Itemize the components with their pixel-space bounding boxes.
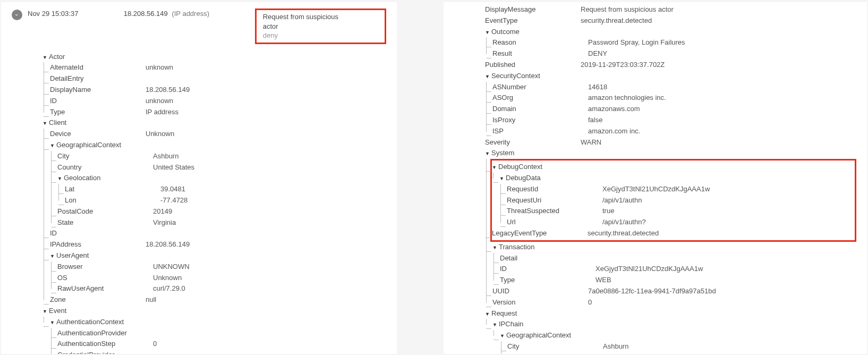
node-postalcode[interactable]: PostalCode20149 [57,206,386,217]
log-message-block: Request from suspicious actor deny [255,9,386,44]
node-threatsuspected[interactable]: ThreatSuspectedtrue [507,206,853,217]
node-url[interactable]: Url/api/v1/authn? [507,217,853,228]
node-authcontext[interactable]: ▼AuthenticationContext AuthenticationPro… [50,317,386,354]
ip-type-suffix: (IP address) [172,10,209,18]
node-city[interactable]: CityAshburn [57,151,386,162]
caret-down-icon: ▼ [485,73,490,80]
node-displayname[interactable]: DisplayName18.208.56.149 [50,84,386,96]
node-asorg[interactable]: ASOrgamazon technologies inc. [492,92,856,104]
node-geocontext[interactable]: ▼GeographicalContext CityAshburn Country… [50,140,386,228]
node-os[interactable]: OSUnknown [57,273,386,284]
node-id[interactable]: IDunknown [50,96,386,107]
node-req-country[interactable]: CountryUnited States [507,352,856,354]
node-transaction[interactable]: ▼Transaction Detail IDXeGjydT3tNl21UhCDz… [492,242,856,286]
caret-down-icon: ▼ [50,142,55,149]
node-state[interactable]: StateVirginia [57,217,386,229]
node-reason[interactable]: ReasonPassword Spray, Login Failures [492,37,856,48]
node-isp[interactable]: ISPamazon.com inc. [492,126,856,137]
node-outcome[interactable]: ▼Outcome ReasonPassword Spray, Login Fai… [485,27,856,60]
result-text: deny [263,31,348,40]
caret-down-icon: ▼ [485,310,490,318]
log-timestamp: Nov 29 15:03:37 [28,9,118,18]
node-geolocation[interactable]: ▼Geolocation Lat39.0481 Lon-77.4728 [57,173,386,206]
node-alternateid[interactable]: AlternateIdunknown [50,62,386,73]
node-req-geocontext[interactable]: ▼GeographicalContext CityAshburn Country… [500,330,856,354]
node-securitycontext[interactable]: ▼SecurityContext ASNumber14618 ASOrgamaz… [485,71,856,137]
node-type[interactable]: TypeIP address [50,107,386,118]
node-tx-id[interactable]: IDXeGjydT3tNl21UhCDzdKJgAAA1w [500,264,856,275]
node-client-id[interactable]: ID [50,228,386,239]
node-actor[interactable]: ▼Actor AlternateIdunknown DetailEntry Di… [42,52,386,118]
node-authprovider[interactable]: AuthenticationProvider [57,328,386,339]
caret-down-icon: ▼ [492,321,497,328]
node-device[interactable]: DeviceUnknown [50,129,386,140]
node-ipaddress[interactable]: IPAddress18.208.56.149 [50,239,386,250]
detail-tree-right: DisplayMessageRequest from suspicious ac… [454,4,856,354]
caret-down-icon: ▼ [57,175,62,182]
node-browser[interactable]: BrowserUNKNOWN [57,261,386,273]
caret-down-icon: ▼ [485,150,490,157]
node-requesturi[interactable]: RequestUri/api/v1/authn [507,195,853,206]
display-message: Request from suspicious actor [263,12,348,31]
node-published[interactable]: Published2019-11-29T23:03:37.702Z [485,60,856,71]
node-system[interactable]: ▼System ▼DebugContext ▼DebugData Request… [485,148,856,308]
node-legacyeventtype[interactable]: LegacyEventTypesecurity.threat.detected [492,228,853,239]
node-detailentry[interactable]: DetailEntry [50,73,386,84]
caret-down-icon: ▼ [42,54,47,61]
node-lon[interactable]: Lon-77.4728 [65,195,386,206]
node-detail[interactable]: Detail [500,253,856,264]
node-result[interactable]: ResultDENY [492,48,856,60]
caret-down-icon: ▼ [42,120,47,127]
caret-down-icon: ▼ [42,308,47,315]
node-zone[interactable]: Zonenull [50,294,386,306]
node-debugdata[interactable]: ▼DebugData RequestIdXeGjydT3tNl21UhCDzdK… [499,173,853,228]
node-uuid[interactable]: UUID7a0e0886-12fc-11ea-9941-7df9a97a51bd [492,286,856,297]
chevron-down-icon: › [14,14,20,16]
node-rawuseragent[interactable]: RawUserAgentcurl/7.29.0 [57,283,386,294]
node-isproxy[interactable]: IsProxyfalse [492,115,856,126]
node-debugcontext[interactable]: ▼DebugContext ▼DebugData RequestIdXeGjyd… [492,162,853,228]
caret-down-icon: ▼ [492,164,497,171]
node-displaymessage[interactable]: DisplayMessageRequest from suspicious ac… [485,4,856,15]
node-credprovider[interactable]: CredentialProvider [57,350,386,354]
caret-down-icon: ▼ [485,29,490,36]
caret-down-icon: ▼ [492,244,497,251]
node-req-city[interactable]: CityAshburn [507,341,856,352]
log-detail-panel-right: DisplayMessageRequest from suspicious ac… [444,2,867,354]
collapse-toggle[interactable]: › [12,10,22,20]
log-header-row: › Nov 29 15:03:37 18.208.56.149 (IP addr… [12,9,386,44]
caret-down-icon: ▼ [50,319,55,326]
highlighted-debug-section: ▼DebugContext ▼DebugData RequestIdXeGjyd… [492,159,856,242]
node-tx-type[interactable]: TypeWEB [500,275,856,286]
node-country[interactable]: CountryUnited States [57,162,386,173]
node-domain[interactable]: Domainamazonaws.com [492,104,856,115]
node-request[interactable]: ▼Request ▼IPChain ▼GeographicalContext C… [485,308,856,354]
node-client[interactable]: ▼Client DeviceUnknown ▼GeographicalConte… [42,117,386,306]
node-ipchain[interactable]: ▼IPChain ▼GeographicalContext CityAshbur… [492,319,856,354]
node-severity[interactable]: SeverityWARN [485,137,856,148]
ip-address-text: 18.208.56.149 [124,10,168,18]
log-detail-panel-left: › Nov 29 15:03:37 18.208.56.149 (IP addr… [1,2,397,354]
node-event[interactable]: ▼Event ▼AuthenticationContext Authentica… [42,306,386,354]
caret-down-icon: ▼ [50,252,55,260]
node-asnumber[interactable]: ASNumber14618 [492,82,856,93]
caret-down-icon: ▼ [499,175,504,182]
node-useragent[interactable]: ▼UserAgent BrowserUNKNOWN OSUnknown RawU… [50,250,386,294]
message-highlight-box: Request from suspicious actor deny [255,9,386,44]
node-authstep[interactable]: AuthenticationStep0 [57,339,386,350]
node-version[interactable]: Version0 [492,297,856,308]
detail-tree-left: ▼Actor AlternateIdunknown DetailEntry Di… [12,52,386,354]
node-eventtype[interactable]: EventTypesecurity.threat.detected [485,15,856,27]
node-requestid[interactable]: RequestIdXeGjydT3tNl21UhCDzdKJgAAA1w [507,184,853,195]
log-actor-ip: 18.208.56.149 (IP address) [124,9,250,18]
caret-down-icon: ▼ [500,332,505,340]
node-lat[interactable]: Lat39.0481 [65,184,386,195]
